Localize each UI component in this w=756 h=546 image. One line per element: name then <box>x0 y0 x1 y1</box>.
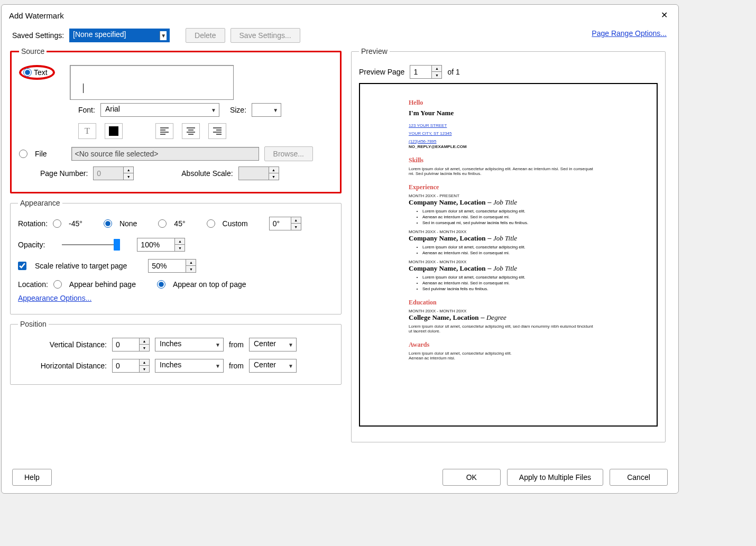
horizontal-distance-stepper[interactable]: ▲▼ <box>112 359 150 373</box>
vertical-distance-label: Vertical Distance: <box>29 340 107 349</box>
appearance-legend: Appearance <box>18 199 62 207</box>
dialog-window: Add Watermark ✕ Page Range Options... Sa… <box>1 4 679 494</box>
pv-phone: (123)456-7895 <box>409 139 436 144</box>
watermark-text-input[interactable] <box>70 65 234 100</box>
appearance-fieldset: Appearance Rotation: -45° None 45° Custo… <box>10 199 342 314</box>
up-arrow-icon[interactable]: ▲ <box>140 338 149 345</box>
pv-name: I'm Your Name <box>409 109 648 117</box>
down-arrow-icon[interactable]: ▼ <box>124 173 133 180</box>
source-text-label: Text <box>34 68 48 77</box>
page-number-label: Page Number: <box>40 169 88 178</box>
pv-e1-date: MONTH 20XX - PRESENT <box>409 193 648 198</box>
vertical-unit-select[interactable]: Inches▼ <box>155 338 224 351</box>
saved-settings-label: Saved Settings: <box>12 31 64 40</box>
absolute-scale-label: Absolute Scale: <box>181 169 233 178</box>
preview-page-label: Preview Page <box>359 68 404 76</box>
size-select[interactable]: ▼ <box>252 103 281 117</box>
rotation-value-stepper[interactable]: ▲▼ <box>269 217 301 230</box>
from-label: from <box>229 340 244 349</box>
opacity-slider[interactable] <box>62 239 120 250</box>
up-arrow-icon[interactable]: ▲ <box>269 167 279 173</box>
rotation-45-radio[interactable] <box>158 219 167 228</box>
align-left-button[interactable] <box>155 123 173 139</box>
help-button[interactable]: Help <box>12 469 52 486</box>
pv-email: NO_REPLY@EXAMPLE.COM <box>409 144 648 149</box>
location-top-radio[interactable] <box>157 280 165 289</box>
position-legend: Position <box>18 320 49 328</box>
browse-button[interactable]: Browse... <box>264 146 313 161</box>
up-arrow-icon[interactable]: ▲ <box>186 260 196 266</box>
text-color-button[interactable]: T <box>78 123 96 139</box>
down-arrow-icon[interactable]: ▼ <box>140 345 149 351</box>
up-arrow-icon[interactable]: ▲ <box>175 238 185 245</box>
page-range-options-link[interactable]: Page Range Options... <box>592 29 667 38</box>
down-arrow-icon[interactable]: ▼ <box>432 72 441 78</box>
font-label: Font: <box>78 106 95 114</box>
preview-page-stepper[interactable]: ▲▼ <box>410 65 442 79</box>
delete-button[interactable]: Delete <box>186 28 225 43</box>
preview-fieldset: Preview Preview Page ▲▼ of 1 Hello I'm Y… <box>351 47 666 442</box>
pv-hello: Hello <box>409 99 648 107</box>
scale-relative-checkbox[interactable] <box>18 262 26 270</box>
pv-exp-h: Experience <box>409 183 648 191</box>
scale-value-stepper[interactable]: ▲▼ <box>148 259 196 273</box>
dialog-title: Add Watermark <box>9 11 64 20</box>
horizontal-from-select[interactable]: Center▼ <box>249 359 297 373</box>
down-arrow-icon[interactable]: ▼ <box>175 245 185 251</box>
rotation-label: Rotation: <box>18 219 48 228</box>
location-behind-radio[interactable] <box>53 280 62 289</box>
source-text-radio[interactable] <box>23 68 32 77</box>
pv-addr1: 123 YOUR STREET <box>409 123 447 128</box>
up-arrow-icon[interactable]: ▲ <box>140 359 149 366</box>
source-file-radio[interactable] <box>19 150 27 158</box>
vertical-from-select[interactable]: Center▼ <box>249 338 297 351</box>
absolute-scale-stepper[interactable]: ▲▼ <box>238 166 279 180</box>
preview-legend: Preview <box>359 47 390 55</box>
source-file-label: File <box>35 150 47 158</box>
saved-settings-select[interactable]: [None specified] ▼ <box>69 29 170 42</box>
rotation-neg45-radio[interactable] <box>53 219 61 228</box>
up-arrow-icon[interactable]: ▲ <box>432 66 441 72</box>
align-center-button[interactable] <box>182 123 200 139</box>
vertical-distance-stepper[interactable]: ▲▼ <box>112 338 150 351</box>
up-arrow-icon[interactable]: ▲ <box>291 217 301 224</box>
scale-relative-label: Scale relative to target page <box>35 262 127 270</box>
down-arrow-icon[interactable]: ▼ <box>269 173 279 180</box>
appearance-options-link[interactable]: Appearance Options... <box>18 294 91 302</box>
align-right-button[interactable] <box>208 123 226 139</box>
pv-skills-h: Skills <box>409 156 648 164</box>
dialog-footer: Help OK Apply to Multiple Files Cancel <box>2 469 678 486</box>
down-arrow-icon[interactable]: ▼ <box>140 366 149 372</box>
rotation-none-radio[interactable] <box>104 219 112 228</box>
pv-awards-h: Awards <box>409 341 648 349</box>
save-settings-button[interactable]: Save Settings... <box>231 28 300 43</box>
size-label: Size: <box>230 106 246 114</box>
cancel-button[interactable]: Cancel <box>610 469 668 486</box>
saved-settings-value: [None specified] <box>69 29 170 42</box>
pv-addr2: YOUR CITY, ST 12345 <box>409 131 452 136</box>
pv-edu-h: Education <box>409 299 648 307</box>
source-file-input[interactable] <box>71 147 259 161</box>
ok-button[interactable]: OK <box>442 469 501 486</box>
pv-skills-body: Lorem ipsum dolor sit amet, consectetur … <box>409 166 594 176</box>
from-label: from <box>229 362 244 370</box>
down-arrow-icon[interactable]: ▼ <box>291 224 301 230</box>
source-legend: Source <box>19 47 47 55</box>
saved-settings-toolbar: Saved Settings: [None specified] ▼ Delet… <box>2 24 678 47</box>
position-fieldset: Position Vertical Distance: ▲▼ Inches▼ f… <box>10 320 342 385</box>
location-label: Location: <box>18 280 48 289</box>
font-select[interactable]: Arial ▼ <box>100 103 219 117</box>
horizontal-unit-select[interactable]: Inches▼ <box>155 359 224 373</box>
bg-color-button[interactable] <box>105 123 123 139</box>
up-arrow-icon[interactable]: ▲ <box>124 167 133 173</box>
rotation-custom-radio[interactable] <box>207 219 215 228</box>
text-radio-highlight: Text <box>19 65 55 80</box>
page-number-stepper[interactable]: ▲▼ <box>93 166 134 180</box>
down-arrow-icon[interactable]: ▼ <box>186 266 196 272</box>
text-cursor-icon <box>83 84 84 93</box>
preview-document: Hello I'm Your Name 123 YOUR STREET YOUR… <box>359 83 658 427</box>
horizontal-distance-label: Horizontal Distance: <box>29 362 107 370</box>
opacity-stepper[interactable]: ▲▼ <box>137 238 185 252</box>
close-icon[interactable]: ✕ <box>658 10 671 21</box>
apply-multiple-button[interactable]: Apply to Multiple Files <box>507 469 603 486</box>
